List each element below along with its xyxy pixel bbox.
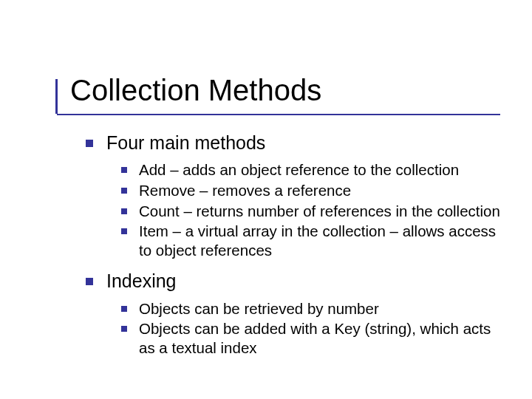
section-heading-text: Four main methods [106, 132, 265, 153]
square-bullet-icon [86, 140, 93, 147]
square-bullet-icon [121, 306, 127, 312]
square-bullet-icon [86, 278, 93, 285]
list-item-text: Item – a virtual array in the collection… [139, 222, 496, 259]
list-item-text: Add – adds an object reference to the co… [139, 161, 459, 178]
square-bullet-icon [121, 208, 127, 214]
title-container: Collection Methods [70, 74, 321, 106]
slide-title: Collection Methods [70, 74, 321, 106]
list-item: Count – returns number of references in … [121, 202, 507, 221]
title-accent-vertical [55, 79, 58, 114]
title-accent-horizontal [57, 114, 500, 115]
list-item-text: Objects can be added with a Key (string)… [139, 320, 491, 356]
list-item-text: Objects can be retrieved by number [139, 300, 379, 317]
list-item: Objects can be added with a Key (string)… [121, 319, 507, 357]
section-items: Add – adds an object reference to the co… [121, 160, 507, 259]
list-item-text: Count – returns number of references in … [139, 202, 500, 219]
slide-body: Four main methods Add – adds an object r… [86, 132, 507, 368]
square-bullet-icon [121, 167, 127, 173]
slide: Collection Methods Four main methods Add… [0, 0, 532, 399]
list-item: Objects can be retrieved by number [121, 299, 507, 318]
square-bullet-icon [121, 326, 127, 332]
section-heading: Indexing [86, 270, 507, 293]
list-item: Item – a virtual array in the collection… [121, 222, 507, 259]
section-heading: Four main methods [86, 132, 507, 154]
section-items: Objects can be retrieved by number Objec… [121, 299, 507, 358]
section-heading-text: Indexing [106, 270, 177, 291]
list-item: Add – adds an object reference to the co… [121, 160, 507, 180]
list-item: Remove – removes a reference [121, 181, 507, 200]
square-bullet-icon [121, 228, 127, 234]
list-item-text: Remove – removes a reference [139, 182, 351, 199]
square-bullet-icon [121, 188, 127, 194]
